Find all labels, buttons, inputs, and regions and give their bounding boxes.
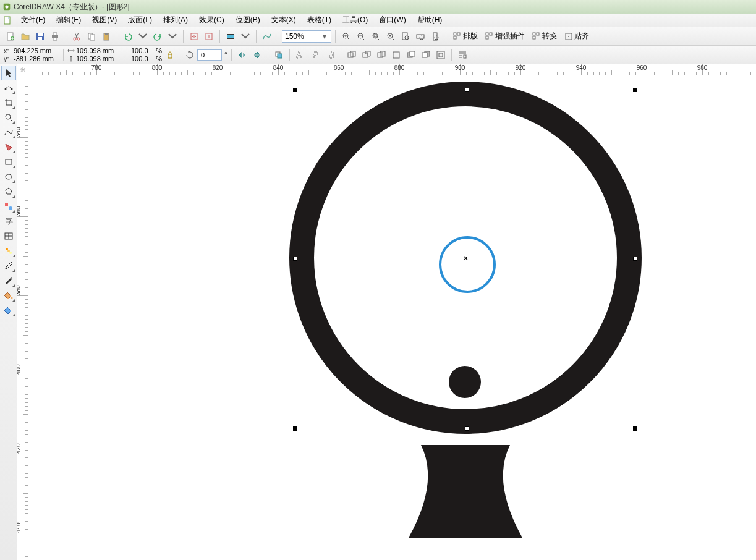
sel-handle-se[interactable] <box>633 426 637 431</box>
boundary-button[interactable] <box>434 48 448 62</box>
save-button[interactable] <box>33 30 47 43</box>
polygon-tool[interactable] <box>1 184 16 199</box>
convert-panel-button[interactable]: 转换 <box>529 30 560 43</box>
scale-x-value[interactable]: 100.0 <box>131 47 148 55</box>
wrap-text-button[interactable] <box>456 48 469 62</box>
sel-handle-e[interactable] <box>633 257 637 261</box>
x-value[interactable]: 904.225 mm <box>14 47 51 55</box>
open-button[interactable] <box>19 30 32 43</box>
sel-handle-nw[interactable] <box>293 88 297 92</box>
intersect-button[interactable] <box>375 48 388 62</box>
import-button[interactable] <box>187 30 201 43</box>
ruler-origin[interactable] <box>17 64 28 75</box>
zoom-all-button[interactable] <box>384 30 397 43</box>
trim-button[interactable] <box>360 48 373 62</box>
zoom-page-button[interactable] <box>399 30 412 43</box>
align-left-button[interactable] <box>294 48 307 62</box>
paste-button[interactable] <box>100 30 113 43</box>
undo-button[interactable] <box>121 30 135 43</box>
sel-handle-s[interactable] <box>465 426 469 431</box>
redo-button[interactable] <box>151 30 164 43</box>
menu-tools[interactable]: 工具(O) <box>338 14 373 27</box>
snap-panel-button[interactable]: 贴齐 <box>561 30 592 43</box>
menu-bitmaps[interactable]: 位图(B) <box>231 14 265 27</box>
width-value[interactable]: 109.098 mm <box>76 47 114 55</box>
mirror-h-button[interactable] <box>236 48 249 62</box>
cut-button[interactable] <box>70 30 83 43</box>
app-launcher-button[interactable] <box>224 30 237 43</box>
art-blue-circle[interactable] <box>439 236 496 293</box>
zoom-tool[interactable] <box>1 110 16 125</box>
zoom-combo[interactable]: ▾ <box>282 30 331 43</box>
menu-text[interactable]: 文本(X) <box>266 14 301 27</box>
zoom-height-button[interactable] <box>428 30 442 43</box>
y-value[interactable]: -381.286 mm <box>14 55 54 63</box>
zoom-input[interactable] <box>285 32 321 41</box>
fill-tool[interactable] <box>1 288 16 303</box>
height-value[interactable]: 109.098 mm <box>76 55 114 63</box>
layout-panel-button[interactable]: 排版 <box>450 30 481 43</box>
align-right-button[interactable] <box>323 48 337 62</box>
front-minus-button[interactable] <box>404 48 418 62</box>
print-button[interactable] <box>48 30 62 43</box>
menu-effects[interactable]: 效果(C) <box>194 14 229 27</box>
zoom-width-button[interactable] <box>414 30 427 43</box>
menu-window[interactable]: 窗口(W) <box>374 14 410 27</box>
sel-handle-sw[interactable] <box>293 426 297 431</box>
outline-tool[interactable] <box>1 273 16 288</box>
art-black-dot[interactable] <box>449 366 481 398</box>
welcome-button[interactable] <box>260 30 274 43</box>
menu-edit[interactable]: 编辑(E) <box>51 14 86 27</box>
basic-shapes-tool[interactable] <box>1 199 16 214</box>
horizontal-ruler[interactable]: 7808008208408608809009209409609801000 <box>28 64 756 75</box>
pick-tool[interactable] <box>1 66 16 80</box>
svg-point-67 <box>4 88 6 90</box>
vertical-ruler[interactable]: 340360380400420440 <box>17 75 28 560</box>
crop-tool[interactable] <box>1 95 16 110</box>
freehand-tool[interactable] <box>1 125 16 140</box>
menu-layout[interactable]: 版面(L) <box>123 14 157 27</box>
mirror-v-button[interactable] <box>250 48 264 62</box>
shape-tool[interactable] <box>1 80 16 95</box>
rotation-input[interactable] <box>197 49 222 61</box>
menu-file[interactable]: 文件(F) <box>16 14 50 27</box>
svg-rect-63 <box>422 53 427 57</box>
ellipse-tool[interactable] <box>1 169 16 184</box>
sel-handle-n[interactable] <box>465 88 469 92</box>
weld-button[interactable] <box>345 48 359 62</box>
drawing-canvas[interactable]: × <box>28 75 756 560</box>
to-front-page-button[interactable] <box>272 48 286 62</box>
svg-rect-41 <box>537 33 539 35</box>
interactive-blend-tool[interactable] <box>1 244 16 258</box>
menu-help[interactable]: 帮助(H) <box>412 14 448 27</box>
new-button[interactable] <box>4 30 17 43</box>
simplify-button[interactable] <box>389 48 403 62</box>
table-tool[interactable] <box>1 229 16 244</box>
menu-arrange[interactable]: 排列(A) <box>158 14 193 27</box>
lock-ratio-button[interactable] <box>163 48 177 62</box>
menu-table[interactable]: 表格(T) <box>302 14 336 27</box>
sel-handle-w[interactable] <box>293 257 297 261</box>
menu-view[interactable]: 视图(V) <box>87 14 122 27</box>
zoom-out-button[interactable] <box>354 30 368 43</box>
rectangle-tool[interactable] <box>1 155 16 169</box>
interactive-fill-tool[interactable] <box>1 303 16 318</box>
art-stand[interactable] <box>402 445 529 538</box>
plugins-panel-button[interactable]: 增强插件 <box>482 30 528 43</box>
back-minus-button[interactable] <box>419 48 433 62</box>
zoom-in-button[interactable] <box>339 30 353 43</box>
smart-fill-tool[interactable] <box>1 140 16 155</box>
sel-handle-ne[interactable] <box>633 88 637 92</box>
chevron-down-icon[interactable]: ▾ <box>321 32 328 41</box>
app-launcher-drop-icon[interactable] <box>239 30 252 43</box>
zoom-selection-button[interactable] <box>369 30 383 43</box>
svg-point-68 <box>11 88 12 90</box>
text-tool[interactable]: 字 <box>1 214 16 229</box>
eyedropper-tool[interactable] <box>1 258 16 273</box>
scale-y-value[interactable]: 100.0 <box>131 55 148 63</box>
redo-drop-icon[interactable] <box>166 30 179 43</box>
undo-drop-icon[interactable] <box>136 30 150 43</box>
align-center-button[interactable] <box>308 48 322 62</box>
copy-button[interactable] <box>85 30 98 43</box>
export-button[interactable] <box>202 30 216 43</box>
